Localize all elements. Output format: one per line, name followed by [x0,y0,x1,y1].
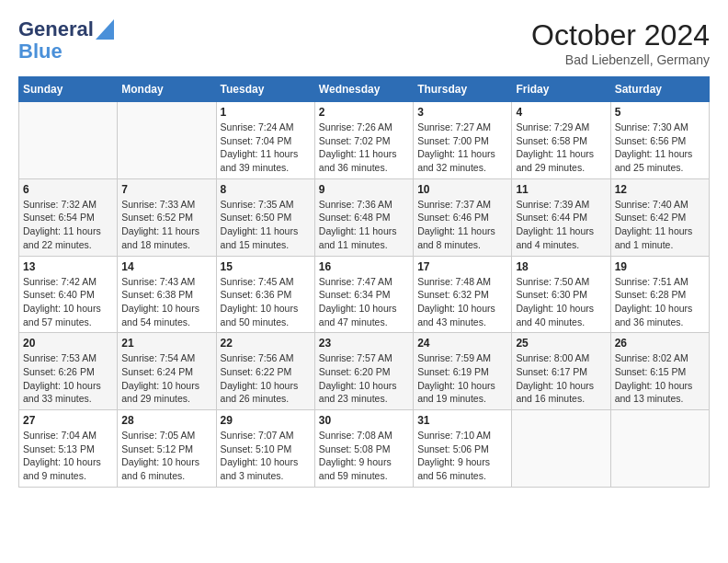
day-info: Sunrise: 7:53 AMSunset: 6:26 PMDaylight:… [23,351,113,406]
day-number: 16 [319,260,409,273]
weekday-header: Sunday [19,77,118,102]
day-number: 20 [23,337,113,350]
day-number: 14 [121,260,211,273]
logo: General Blue [18,18,114,63]
calendar-week-row: 6Sunrise: 7:32 AMSunset: 6:54 PMDaylight… [19,178,710,256]
day-info: Sunrise: 7:24 AMSunset: 7:04 PMDaylight:… [221,121,311,175]
calendar-header-row: SundayMondayTuesdayWednesdayThursdayFrid… [19,77,710,102]
day-info: Sunrise: 7:54 AMSunset: 6:24 PMDaylight:… [121,351,211,406]
calendar-cell: 24Sunrise: 7:59 AMSunset: 6:19 PMDayligh… [414,333,512,410]
calendar-cell: 30Sunrise: 7:08 AMSunset: 5:08 PMDayligh… [314,410,413,488]
calendar-cell [19,102,118,179]
month-title: October 2024 [531,18,710,52]
day-number: 28 [121,414,211,427]
calendar-cell: 12Sunrise: 7:40 AMSunset: 6:42 PMDayligh… [610,178,709,256]
day-info: Sunrise: 7:57 AMSunset: 6:20 PMDaylight:… [319,351,409,406]
day-info: Sunrise: 7:35 AMSunset: 6:50 PMDaylight:… [221,198,311,252]
day-number: 19 [615,260,705,273]
day-info: Sunrise: 7:26 AMSunset: 7:02 PMDaylight:… [319,121,409,175]
calendar-cell [512,410,610,488]
weekday-header: Wednesday [314,77,413,102]
day-number: 29 [221,414,311,427]
calendar-cell: 20Sunrise: 7:53 AMSunset: 6:26 PMDayligh… [19,333,118,410]
day-info: Sunrise: 7:50 AMSunset: 6:30 PMDaylight:… [516,275,606,329]
location: Bad Liebenzell, Germany [531,52,710,67]
title-area: October 2024 Bad Liebenzell, Germany [531,18,710,67]
calendar-cell: 2Sunrise: 7:26 AMSunset: 7:02 PMDaylight… [314,102,413,179]
day-info: Sunrise: 7:40 AMSunset: 6:42 PMDaylight:… [615,198,705,252]
day-info: Sunrise: 7:29 AMSunset: 6:58 PMDaylight:… [516,121,606,175]
day-number: 5 [615,106,705,119]
day-number: 2 [319,106,409,119]
calendar-cell: 25Sunrise: 8:00 AMSunset: 6:17 PMDayligh… [512,333,610,410]
day-number: 4 [516,106,606,119]
day-number: 25 [516,337,606,350]
calendar-cell: 6Sunrise: 7:32 AMSunset: 6:54 PMDaylight… [19,178,118,256]
day-number: 17 [417,260,507,273]
day-info: Sunrise: 7:07 AMSunset: 5:10 PMDaylight:… [221,429,311,483]
day-info: Sunrise: 7:39 AMSunset: 6:44 PMDaylight:… [516,198,606,252]
day-number: 15 [221,260,311,273]
calendar-cell: 5Sunrise: 7:30 AMSunset: 6:56 PMDaylight… [610,102,709,179]
calendar-week-row: 20Sunrise: 7:53 AMSunset: 6:26 PMDayligh… [19,333,710,410]
day-info: Sunrise: 7:45 AMSunset: 6:36 PMDaylight:… [221,275,311,329]
day-info: Sunrise: 7:51 AMSunset: 6:28 PMDaylight:… [615,275,705,329]
day-info: Sunrise: 7:43 AMSunset: 6:38 PMDaylight:… [121,275,211,329]
calendar-cell: 9Sunrise: 7:36 AMSunset: 6:48 PMDaylight… [314,178,413,256]
calendar-cell: 28Sunrise: 7:05 AMSunset: 5:12 PMDayligh… [118,410,216,488]
calendar-cell: 4Sunrise: 7:29 AMSunset: 6:58 PMDaylight… [512,102,610,179]
calendar-week-row: 27Sunrise: 7:04 AMSunset: 5:13 PMDayligh… [19,410,710,488]
day-number: 27 [23,414,113,427]
calendar-week-row: 1Sunrise: 7:24 AMSunset: 7:04 PMDaylight… [19,102,710,179]
calendar-cell: 16Sunrise: 7:47 AMSunset: 6:34 PMDayligh… [314,256,413,333]
day-number: 22 [221,337,311,350]
calendar-cell [610,410,709,488]
calendar-cell: 17Sunrise: 7:48 AMSunset: 6:32 PMDayligh… [414,256,512,333]
day-number: 26 [615,337,705,350]
day-number: 30 [319,414,409,427]
calendar-cell: 11Sunrise: 7:39 AMSunset: 6:44 PMDayligh… [512,178,610,256]
calendar-cell: 1Sunrise: 7:24 AMSunset: 7:04 PMDaylight… [216,102,314,179]
day-info: Sunrise: 7:05 AMSunset: 5:12 PMDaylight:… [121,429,211,483]
calendar-cell: 26Sunrise: 8:02 AMSunset: 6:15 PMDayligh… [610,333,709,410]
weekday-header: Saturday [610,77,709,102]
weekday-header: Tuesday [216,77,314,102]
day-info: Sunrise: 7:42 AMSunset: 6:40 PMDaylight:… [23,275,113,329]
day-number: 23 [319,337,409,350]
day-number: 10 [417,183,507,196]
weekday-header: Thursday [414,77,512,102]
svg-marker-0 [96,19,114,40]
day-info: Sunrise: 8:00 AMSunset: 6:17 PMDaylight:… [516,351,606,406]
day-number: 6 [23,183,113,196]
calendar-cell: 22Sunrise: 7:56 AMSunset: 6:22 PMDayligh… [216,333,314,410]
weekday-header: Friday [512,77,610,102]
calendar-cell: 18Sunrise: 7:50 AMSunset: 6:30 PMDayligh… [512,256,610,333]
weekday-header: Monday [118,77,216,102]
calendar-cell: 23Sunrise: 7:57 AMSunset: 6:20 PMDayligh… [314,333,413,410]
calendar-cell: 13Sunrise: 7:42 AMSunset: 6:40 PMDayligh… [19,256,118,333]
calendar-cell: 14Sunrise: 7:43 AMSunset: 6:38 PMDayligh… [118,256,216,333]
day-info: Sunrise: 7:27 AMSunset: 7:00 PMDaylight:… [417,121,507,175]
day-info: Sunrise: 7:08 AMSunset: 5:08 PMDaylight:… [319,429,409,483]
calendar-cell [118,102,216,179]
day-info: Sunrise: 7:32 AMSunset: 6:54 PMDaylight:… [23,198,113,252]
calendar-cell: 3Sunrise: 7:27 AMSunset: 7:00 PMDaylight… [414,102,512,179]
day-info: Sunrise: 7:47 AMSunset: 6:34 PMDaylight:… [319,275,409,329]
day-info: Sunrise: 7:37 AMSunset: 6:46 PMDaylight:… [417,198,507,252]
day-info: Sunrise: 7:48 AMSunset: 6:32 PMDaylight:… [417,275,507,329]
calendar-week-row: 13Sunrise: 7:42 AMSunset: 6:40 PMDayligh… [19,256,710,333]
calendar-cell: 29Sunrise: 7:07 AMSunset: 5:10 PMDayligh… [216,410,314,488]
day-number: 12 [615,183,705,196]
logo-icon [96,19,114,40]
day-info: Sunrise: 7:33 AMSunset: 6:52 PMDaylight:… [121,198,211,252]
calendar-cell: 27Sunrise: 7:04 AMSunset: 5:13 PMDayligh… [19,410,118,488]
day-info: Sunrise: 7:30 AMSunset: 6:56 PMDaylight:… [615,121,705,175]
day-number: 1 [221,106,311,119]
calendar-cell: 7Sunrise: 7:33 AMSunset: 6:52 PMDaylight… [118,178,216,256]
day-number: 31 [417,414,507,427]
day-info: Sunrise: 7:56 AMSunset: 6:22 PMDaylight:… [221,351,311,406]
day-info: Sunrise: 8:02 AMSunset: 6:15 PMDaylight:… [615,351,705,406]
calendar-cell: 19Sunrise: 7:51 AMSunset: 6:28 PMDayligh… [610,256,709,333]
day-number: 9 [319,183,409,196]
calendar-cell: 31Sunrise: 7:10 AMSunset: 5:06 PMDayligh… [414,410,512,488]
